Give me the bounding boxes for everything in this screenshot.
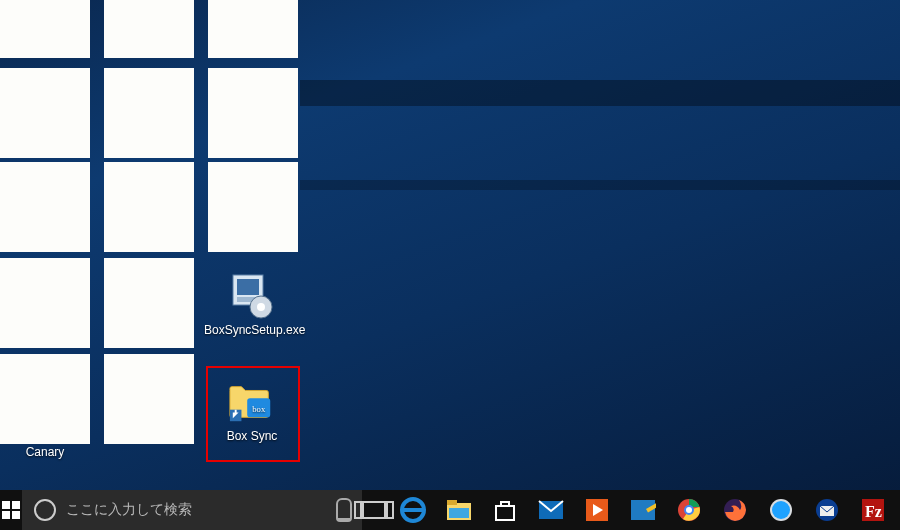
desktop-icon-placeholder[interactable] bbox=[208, 0, 298, 58]
edge-icon bbox=[400, 497, 426, 523]
desktop-icon-placeholder[interactable] bbox=[208, 162, 298, 252]
taskbar-app-explorer[interactable] bbox=[436, 490, 482, 530]
taskbar-app-mail[interactable] bbox=[528, 490, 574, 530]
desktop-icon-placeholder[interactable] bbox=[208, 68, 298, 158]
desktop-icon-placeholder[interactable] bbox=[0, 0, 90, 58]
thunderbird-icon bbox=[815, 498, 839, 522]
search-placeholder: ここに入力して検索 bbox=[66, 501, 192, 519]
taskbar: ここに入力して検索 bbox=[0, 490, 900, 530]
task-view-button[interactable] bbox=[362, 490, 386, 530]
taskbar-app-filezilla[interactable]: Fz bbox=[850, 490, 896, 530]
desktop-icon-placeholder[interactable] bbox=[104, 162, 194, 252]
desktop-icon-placeholder[interactable] bbox=[0, 162, 90, 252]
desktop-icon-placeholder[interactable] bbox=[104, 0, 194, 58]
taskbar-app-safari[interactable] bbox=[758, 490, 804, 530]
desktop-icon-canary[interactable]: Canary bbox=[0, 446, 90, 459]
svg-rect-12 bbox=[496, 506, 514, 520]
desktop-icon-label: Box Sync bbox=[227, 430, 278, 443]
movies-icon bbox=[585, 498, 609, 522]
desktop-icon-placeholder[interactable] bbox=[104, 258, 194, 348]
desktop-icon-label: BoxSyncSetup.exe bbox=[204, 324, 300, 337]
store-icon bbox=[493, 498, 517, 522]
installer-icon bbox=[228, 272, 276, 320]
desktop-icon-placeholder[interactable] bbox=[0, 258, 90, 348]
taskbar-app-chrome[interactable] bbox=[666, 490, 712, 530]
desktop-icon-placeholder[interactable] bbox=[0, 354, 90, 444]
svg-rect-1 bbox=[237, 279, 259, 295]
desktop-icon-boxsyncsetup[interactable]: BoxSyncSetup.exe bbox=[204, 272, 300, 337]
start-button[interactable] bbox=[0, 490, 22, 530]
taskbar-app-store[interactable] bbox=[482, 490, 528, 530]
filezilla-icon: Fz bbox=[861, 498, 885, 522]
wallpaper-band bbox=[300, 80, 900, 106]
paint-icon bbox=[630, 499, 656, 521]
svg-point-20 bbox=[686, 507, 692, 513]
svg-text:box: box bbox=[252, 404, 266, 414]
task-view-icon bbox=[362, 501, 386, 519]
firefox-icon bbox=[723, 498, 747, 522]
taskbar-app-firefox[interactable] bbox=[712, 490, 758, 530]
chrome-icon bbox=[677, 498, 701, 522]
cortana-icon bbox=[34, 499, 56, 521]
taskbar-app-thunderbird[interactable] bbox=[804, 490, 850, 530]
mail-icon bbox=[538, 500, 564, 520]
taskbar-app-paint[interactable] bbox=[620, 490, 666, 530]
taskbar-app-movies[interactable] bbox=[574, 490, 620, 530]
search-bar[interactable]: ここに入力して検索 bbox=[22, 490, 362, 530]
desktop-icon-label: Canary bbox=[26, 446, 65, 459]
svg-rect-10 bbox=[447, 500, 457, 505]
folder-box-icon: box bbox=[228, 378, 276, 426]
microphone-icon bbox=[336, 498, 352, 522]
svg-text:Fz: Fz bbox=[865, 503, 882, 520]
svg-rect-11 bbox=[449, 508, 469, 518]
desktop-icon-boxsync[interactable]: box Box Sync bbox=[204, 378, 300, 443]
desktop-icon-placeholder[interactable] bbox=[0, 68, 90, 158]
wallpaper-band bbox=[300, 180, 900, 190]
pinned-apps: Fz bbox=[390, 490, 896, 530]
system-tray[interactable] bbox=[896, 490, 900, 530]
desktop-icon-placeholder[interactable] bbox=[104, 68, 194, 158]
taskbar-app-edge[interactable] bbox=[390, 490, 436, 530]
desktop[interactable]: BoxSyncSetup.exe box Box Sync Canary ここに… bbox=[0, 0, 900, 530]
file-explorer-icon bbox=[446, 499, 472, 521]
svg-point-4 bbox=[257, 303, 265, 311]
safari-icon bbox=[769, 498, 793, 522]
desktop-icon-placeholder[interactable] bbox=[104, 354, 194, 444]
windows-logo-icon bbox=[2, 501, 20, 519]
svg-point-23 bbox=[772, 501, 790, 519]
